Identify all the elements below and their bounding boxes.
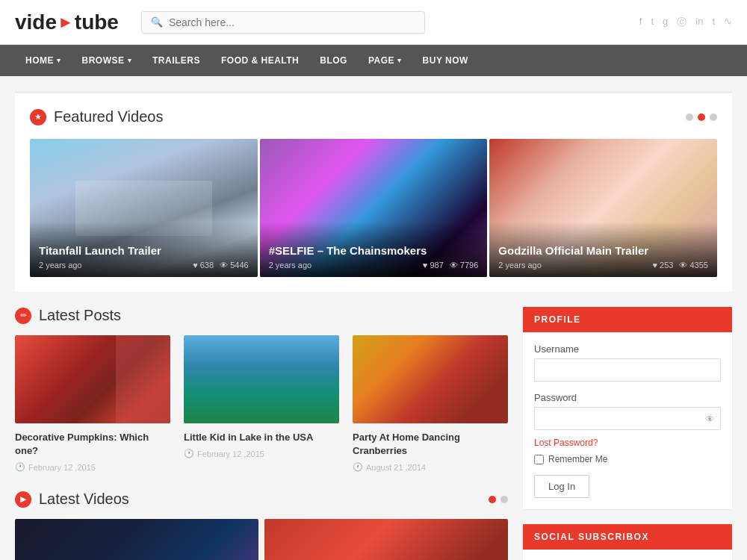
twitter-icon[interactable]: t bbox=[651, 16, 654, 29]
featured-video-meta-3: 2 years ago ♥ 253 👁 4355 bbox=[498, 261, 708, 270]
heart-icon-1: ♥ bbox=[193, 261, 198, 270]
nav-item-buy-now[interactable]: BUY NOW bbox=[412, 45, 479, 76]
featured-overlay-2: #SELFIE – The Chainsmokers 2 years ago ♥… bbox=[260, 222, 488, 277]
latest-posts-header: ✏ Latest Posts bbox=[15, 307, 508, 324]
sidebar: PROFILE Username Password 👁 Lost Pa bbox=[523, 307, 732, 560]
tumblr-icon[interactable]: t bbox=[712, 16, 715, 29]
dot-1[interactable] bbox=[686, 113, 693, 121]
nav-item-browse[interactable]: BROWSE▾ bbox=[72, 45, 143, 76]
post-title-2: Little Kid in Lake in the USA bbox=[184, 431, 339, 444]
clock-icon-1: 🕐 bbox=[15, 462, 25, 472]
nav-home-label: HOME bbox=[25, 55, 54, 66]
latest-posts-section: ✏ Latest Posts Decorative Pumpkins: Whic… bbox=[15, 307, 508, 472]
header-social-icons: f t g ⓒ in t ∿ bbox=[639, 16, 732, 29]
remember-me-checkbox[interactable] bbox=[534, 455, 544, 464]
nav-food-label: FOOD & HEALTH bbox=[221, 55, 299, 66]
profile-box: PROFILE Username Password 👁 Lost Pa bbox=[523, 307, 732, 509]
featured-age-2: 2 years ago bbox=[269, 261, 311, 270]
featured-title: Featured Videos bbox=[54, 108, 163, 125]
profile-body: Username Password 👁 Lost Password? Remem bbox=[523, 332, 732, 509]
dot-3[interactable] bbox=[710, 113, 717, 121]
logo-text-2: tube bbox=[75, 10, 119, 34]
featured-section: ★ Featured Videos Titanfall Launch Trail… bbox=[15, 91, 732, 292]
post-date-3: 🕐 August 21 ,2014 bbox=[353, 462, 508, 472]
google-plus-icon[interactable]: g bbox=[663, 16, 668, 29]
featured-views-2: 👁 7796 bbox=[450, 261, 479, 270]
featured-video-meta-1: 2 years ago ♥ 638 👁 5446 bbox=[39, 261, 249, 270]
latest-posts-title: Latest Posts bbox=[39, 307, 121, 324]
lv-dot-1[interactable] bbox=[489, 496, 496, 503]
nav-buy-label: BUY NOW bbox=[423, 55, 468, 66]
home-arrow-icon: ▾ bbox=[57, 57, 61, 64]
featured-videos-grid: Titanfall Launch Trailer 2 years ago ♥ 6… bbox=[30, 139, 717, 277]
social-header: SOCIAL SUBSCRIBOX bbox=[523, 524, 732, 550]
featured-likes-2: ♥ 987 bbox=[423, 261, 444, 270]
featured-card-2[interactable]: #SELFIE – The Chainsmokers 2 years ago ♥… bbox=[260, 139, 488, 277]
post-thumb-3 bbox=[353, 335, 508, 423]
post-date-1: 🕐 February 12 ,2015 bbox=[15, 462, 170, 472]
featured-card-3[interactable]: Godzilla Official Main Trailer 2 years a… bbox=[489, 139, 717, 277]
featured-age-1: 2 years ago bbox=[39, 261, 81, 270]
nav-item-blog[interactable]: BLOG bbox=[309, 45, 358, 76]
nav-trailers-label: TRAILERS bbox=[152, 55, 200, 66]
featured-carousel-dots bbox=[686, 113, 717, 121]
featured-video-title-3: Godzilla Official Main Trailer bbox=[498, 244, 708, 257]
latest-videos-title: Latest Videos bbox=[39, 491, 129, 508]
latest-video-card-1[interactable] bbox=[15, 519, 258, 560]
remember-me-label: Remember Me bbox=[548, 454, 607, 464]
latest-posts-icon: ✏ bbox=[15, 308, 31, 324]
logo[interactable]: vide►tube bbox=[15, 10, 119, 34]
main-nav: HOME▾ BROWSE▾ TRAILERS FOOD & HEALTH BLO… bbox=[0, 45, 747, 76]
site-header: vide►tube 🔍 f t g ⓒ in t ∿ bbox=[0, 0, 747, 45]
post-card-1[interactable]: Decorative Pumpkins: Which one? 🕐 Februa… bbox=[15, 335, 170, 472]
username-input[interactable] bbox=[534, 358, 721, 382]
featured-card-1[interactable]: Titanfall Launch Trailer 2 years ago ♥ 6… bbox=[30, 139, 258, 277]
password-input[interactable] bbox=[534, 407, 721, 430]
nav-item-page[interactable]: PAGE▾ bbox=[358, 45, 412, 76]
latest-videos-header: ▶ Latest Videos bbox=[15, 491, 508, 508]
password-label: Password bbox=[534, 392, 721, 403]
search-icon: 🔍 bbox=[151, 16, 163, 28]
password-wrap: 👁 bbox=[534, 407, 721, 430]
nav-item-trailers[interactable]: TRAILERS bbox=[142, 45, 211, 76]
logo-play-icon: ► bbox=[58, 13, 74, 32]
nav-item-food-health[interactable]: FOOD & HEALTH bbox=[211, 45, 309, 76]
featured-views-1: 👁 5446 bbox=[220, 261, 249, 270]
lost-password-link[interactable]: Lost Password? bbox=[534, 438, 721, 448]
login-button[interactable]: Log In bbox=[534, 475, 589, 498]
search-input[interactable] bbox=[169, 16, 415, 28]
remember-me-row: Remember Me bbox=[534, 454, 721, 464]
latest-videos-icon: ▶ bbox=[15, 491, 31, 508]
post-card-2[interactable]: Little Kid in Lake in the USA 🕐 February… bbox=[184, 335, 339, 472]
nav-item-home[interactable]: HOME▾ bbox=[15, 45, 72, 76]
dot-2[interactable] bbox=[698, 113, 705, 121]
latest-videos-dots bbox=[489, 496, 508, 503]
featured-overlay-1: Titanfall Launch Trailer 2 years ago ♥ 6… bbox=[30, 222, 258, 277]
logo-text-1: vide bbox=[15, 10, 57, 34]
rss-icon[interactable]: ∿ bbox=[724, 16, 732, 29]
featured-age-3: 2 years ago bbox=[498, 261, 541, 270]
featured-video-title-1: Titanfall Launch Trailer bbox=[39, 244, 249, 257]
username-label: Username bbox=[534, 343, 721, 355]
lv-thumb-1 bbox=[15, 519, 258, 560]
password-eye-icon[interactable]: 👁 bbox=[705, 413, 715, 424]
post-thumb-1 bbox=[15, 335, 170, 423]
lv-dot-2[interactable] bbox=[500, 496, 508, 503]
browse-arrow-icon: ▾ bbox=[128, 57, 132, 64]
page-arrow-icon: ▾ bbox=[397, 57, 402, 64]
featured-views-3: 👁 4355 bbox=[679, 261, 708, 270]
instagram-icon[interactable]: ⓒ bbox=[677, 16, 686, 29]
linkedin-icon[interactable]: in bbox=[695, 16, 703, 29]
posts-grid: Decorative Pumpkins: Which one? 🕐 Februa… bbox=[15, 335, 508, 472]
featured-video-title-2: #SELFIE – The Chainsmokers bbox=[269, 244, 479, 257]
featured-likes-1: ♥ 638 bbox=[193, 261, 214, 270]
featured-video-meta-2: 2 years ago ♥ 987 👁 7796 bbox=[269, 261, 479, 270]
latest-video-card-2[interactable] bbox=[264, 519, 508, 560]
facebook-icon[interactable]: f bbox=[639, 16, 642, 29]
search-box: 🔍 bbox=[141, 11, 425, 34]
profile-header: PROFILE bbox=[523, 307, 732, 332]
latest-videos-grid bbox=[15, 519, 508, 560]
post-card-3[interactable]: Party At Home Dancing Cranberries 🕐 Augu… bbox=[353, 335, 508, 472]
nav-browse-label: BROWSE bbox=[82, 55, 125, 66]
username-group: Username bbox=[534, 343, 721, 382]
